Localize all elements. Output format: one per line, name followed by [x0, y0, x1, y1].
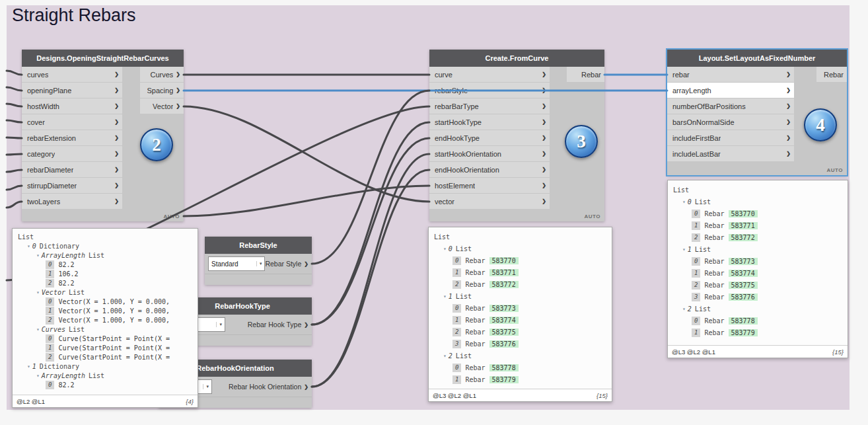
tree-expand-icon[interactable]: ▾ [36, 327, 40, 332]
preview-line: ▾0List [433, 243, 608, 254]
input-port-includeLastBar[interactable]: includeLastBar❯ [667, 146, 794, 161]
input-port-arrayLength[interactable]: arrayLength❯ [667, 83, 794, 98]
preview-line: 0Rebar583778 [672, 315, 844, 327]
input-port-openingPlane[interactable]: openingPlane❯ [22, 83, 122, 98]
tree-expand-icon[interactable]: ▾ [443, 353, 447, 359]
input-port-rebarExtension[interactable]: rebarExtension❯ [22, 130, 122, 145]
port-label: openingPlane [27, 87, 71, 95]
step-badge-3: 3 [565, 125, 598, 158]
tree-expand-icon[interactable]: ▾ [27, 243, 30, 249]
node-title[interactable]: Layout.SetLayoutAsFixedNumber [667, 50, 847, 67]
node-rebar-style[interactable]: RebarStyle Standard ▾ Rebar Style ❯ [205, 237, 312, 285]
preview-line: ▾ArrayLengthList [17, 251, 194, 260]
input-port-hostElement[interactable]: hostElement❯ [429, 178, 550, 193]
preview-bubble-opening[interactable]: List▾0Dictionary▾ArrayLengthList082.2110… [12, 228, 198, 408]
levels-label[interactable]: @L3 @L2 @L1 [433, 392, 476, 399]
port-chevron-icon: ❯ [786, 135, 791, 141]
port-label: vector [435, 198, 454, 206]
preview-line: 1Curve(StartPoint = Point(X = [17, 343, 194, 352]
port-label: numberOfBarPositions [672, 102, 746, 110]
lacing-mode[interactable]: AUTO [584, 213, 600, 219]
preview-line: 0Vector(X = 1.000, Y = 0.000, [17, 297, 194, 306]
output-port-rebar-hook-orientation[interactable]: Rebar Hook Orientation ❯ [229, 383, 308, 391]
tree-expand-icon[interactable]: ▾ [682, 199, 686, 205]
input-port-category[interactable]: category❯ [22, 146, 122, 161]
input-port-cover[interactable]: cover❯ [22, 114, 122, 130]
preview-line: ▾VectorList [17, 288, 194, 297]
port-label: cover [27, 118, 45, 126]
port-label: rebarBarType [435, 102, 479, 110]
input-port-endHookType[interactable]: endHookType❯ [429, 130, 550, 145]
port-label: rebar [672, 71, 690, 79]
input-port-barsOnNormalSide[interactable]: barsOnNormalSide❯ [667, 114, 794, 130]
rebar-style-dropdown[interactable]: Standard ▾ [208, 256, 265, 271]
input-port-includeFirstBar[interactable]: includeFirstBar❯ [667, 130, 794, 145]
preview-bubble-create[interactable]: List▾0List0Rebar5837701Rebar5837712Rebar… [428, 227, 612, 402]
node-footer [205, 274, 312, 285]
tree-expand-icon[interactable]: ▾ [443, 246, 447, 252]
levels-label[interactable]: @L3 @L2 @L1 [672, 348, 715, 356]
input-port-rebarBarType[interactable]: rebarBarType❯ [429, 98, 550, 114]
node-title[interactable]: Designs.OpeningStraightRebarCurves [22, 50, 184, 67]
badge-number: 3 [577, 132, 586, 152]
input-port-startHookOrientation[interactable]: startHookOrientation❯ [429, 146, 550, 161]
output-port-rebar-style[interactable]: Rebar Style ❯ [265, 260, 308, 268]
input-port-curve[interactable]: curve❯ [429, 67, 550, 82]
preview-line: 1Rebar583774 [433, 314, 608, 326]
input-port-hostWidth[interactable]: hostWidth❯ [22, 98, 122, 114]
preview-line: 0Rebar583773 [433, 302, 608, 314]
lacing-mode[interactable]: AUTO [826, 167, 843, 173]
output-port-Spacing[interactable]: Spacing❯ [140, 83, 184, 98]
port-chevron-icon: ❯ [114, 167, 119, 173]
output-port-Rebar[interactable]: Rebar [567, 67, 604, 82]
port-label: startHookOrientation [435, 150, 501, 158]
lacing-mode[interactable]: AUTO [163, 213, 180, 219]
input-port-stirrupDiameter[interactable]: stirrupDiameter❯ [22, 178, 122, 193]
tree-expand-icon[interactable]: ▾ [36, 373, 40, 379]
preview-line: 082.2 [17, 380, 194, 389]
preview-line: List [17, 232, 194, 241]
port-label: includeFirstBar [672, 134, 721, 142]
output-port-Vector[interactable]: Vector❯ [140, 98, 184, 114]
preview-line: ▾1List [672, 243, 844, 255]
input-port-rebarStyle[interactable]: rebarStyle❯ [429, 83, 550, 98]
input-port-twoLayers[interactable]: twoLayers❯ [22, 194, 122, 209]
port-chevron-icon: ❯ [542, 135, 546, 141]
input-port-column: curves❯openingPlane❯hostWidth❯cover❯reba… [22, 67, 122, 210]
output-port-Rebar[interactable]: Rebar [816, 67, 847, 82]
tree-expand-icon[interactable]: ▾ [27, 364, 30, 369]
preview-line: 2Rebar583775 [672, 279, 844, 291]
preview-line: 1106.2 [17, 269, 194, 278]
preview-line: 1Rebar583779 [433, 373, 608, 385]
input-port-endHookOrientation[interactable]: endHookOrientation❯ [429, 162, 550, 177]
tree-expand-icon[interactable]: ▾ [682, 247, 686, 252]
step-badge-4: 4 [804, 108, 837, 141]
preview-line: ▾0List [672, 196, 844, 208]
port-chevron-icon: ❯ [114, 87, 119, 93]
port-label: curve [435, 71, 452, 79]
node-title[interactable]: RebarStyle [205, 237, 312, 254]
input-port-rebar[interactable]: rebar❯ [667, 67, 794, 82]
preview-line: ▾CurvesList [17, 325, 194, 334]
node-title[interactable]: Create.FromCurve [429, 50, 604, 67]
port-chevron-icon: ❯ [304, 261, 308, 267]
output-port-rebar-hook-type[interactable]: Rebar Hook Type ❯ [248, 321, 308, 328]
input-port-vector[interactable]: vector❯ [429, 194, 550, 209]
input-port-rebarDiameter[interactable]: rebarDiameter❯ [22, 162, 122, 177]
preview-line: 2Vector(X = 1.000, Y = 0.000, [17, 315, 194, 325]
tree-expand-icon[interactable]: ▾ [443, 293, 447, 299]
tree-expand-icon[interactable]: ▾ [36, 252, 40, 258]
input-port-startHookType[interactable]: startHookType❯ [429, 114, 550, 130]
step-badge-2: 2 [140, 128, 173, 161]
input-port-numberOfBarPositions[interactable]: numberOfBarPositions❯ [667, 98, 794, 114]
tree-expand-icon[interactable]: ▾ [682, 306, 686, 312]
input-port-curves[interactable]: curves❯ [22, 67, 122, 82]
preview-bubble-layout[interactable]: List▾0List0Rebar5837701Rebar5837712Rebar… [667, 180, 848, 358]
levels-label[interactable]: @L2 @L1 [17, 398, 45, 405]
port-label: rebarExtension [27, 134, 76, 142]
port-chevron-icon: ❯ [114, 151, 119, 157]
tree-expand-icon[interactable]: ▾ [36, 290, 40, 295]
output-port-Curves[interactable]: Curves❯ [140, 67, 184, 82]
port-label: twoLayers [27, 198, 60, 206]
preview-line: ▾ArrayLengthList [17, 371, 194, 380]
